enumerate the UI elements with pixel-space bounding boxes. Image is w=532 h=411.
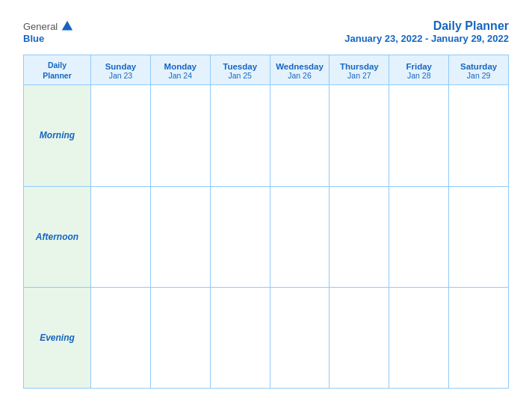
afternoon-label-cell: Afternoon: [24, 187, 91, 287]
morning-saturday[interactable]: [449, 85, 508, 185]
afternoon-monday[interactable]: [151, 187, 211, 287]
morning-row: Morning: [24, 85, 508, 186]
morning-thursday[interactable]: [330, 85, 389, 185]
morning-sunday[interactable]: [91, 85, 151, 185]
header-friday: Friday Jan 28: [389, 55, 449, 84]
evening-wednesday[interactable]: [270, 288, 330, 388]
logo-text: General: [23, 19, 74, 33]
page: General Blue Daily Planner January 23, 2…: [8, 7, 524, 404]
wednesday-date: Jan 26: [288, 71, 312, 80]
header-thursday: Thursday Jan 27: [330, 55, 389, 84]
thursday-name: Thursday: [340, 62, 379, 71]
tuesday-date: Jan 25: [228, 71, 252, 80]
header-tuesday: Tuesday Jan 25: [211, 55, 270, 84]
header: General Blue Daily Planner January 23, 2…: [23, 19, 509, 44]
friday-name: Friday: [406, 62, 432, 71]
calendar-header-row: DailyPlanner Sunday Jan 23 Monday Jan 24…: [24, 55, 508, 85]
evening-tuesday[interactable]: [211, 288, 270, 388]
header-monday: Monday Jan 24: [151, 55, 211, 84]
evening-friday[interactable]: [389, 288, 449, 388]
afternoon-saturday[interactable]: [449, 187, 508, 287]
wednesday-name: Wednesday: [276, 62, 324, 71]
morning-friday[interactable]: [389, 85, 449, 185]
afternoon-sunday[interactable]: [91, 187, 151, 287]
friday-date: Jan 28: [407, 71, 431, 80]
logo-blue-text: Blue: [23, 33, 44, 44]
evening-thursday[interactable]: [330, 288, 389, 388]
morning-label: Morning: [40, 130, 75, 140]
evening-label-cell: Evening: [24, 288, 91, 388]
monday-name: Monday: [164, 62, 197, 71]
saturday-name: Saturday: [460, 62, 497, 71]
afternoon-tuesday[interactable]: [211, 187, 270, 287]
svg-marker-0: [62, 21, 72, 31]
thursday-date: Jan 27: [347, 71, 371, 80]
afternoon-friday[interactable]: [389, 187, 449, 287]
title-date: January 23, 2022 - January 29, 2022: [344, 33, 509, 44]
monday-date: Jan 24: [169, 71, 193, 80]
evening-saturday[interactable]: [449, 288, 508, 388]
logo-area: General Blue: [23, 19, 74, 44]
title-main: Daily Planner: [344, 19, 509, 33]
sunday-name: Sunday: [105, 62, 137, 71]
evening-sunday[interactable]: [91, 288, 151, 388]
sunday-date: Jan 23: [109, 71, 133, 80]
afternoon-row: Afternoon: [24, 187, 508, 288]
logo-blue: Blue: [23, 33, 44, 44]
calendar-body: Morning Afternoon: [24, 85, 508, 388]
header-saturday: Saturday Jan 29: [449, 55, 508, 84]
afternoon-label: Afternoon: [36, 232, 78, 242]
evening-row: Evening: [24, 288, 508, 388]
morning-tuesday[interactable]: [211, 85, 270, 185]
morning-wednesday[interactable]: [270, 85, 330, 185]
afternoon-wednesday[interactable]: [270, 187, 330, 287]
tuesday-name: Tuesday: [223, 62, 257, 71]
header-label-cell: DailyPlanner: [24, 55, 91, 84]
morning-label-cell: Morning: [24, 85, 91, 185]
header-label: DailyPlanner: [43, 61, 72, 81]
header-sunday: Sunday Jan 23: [91, 55, 151, 84]
calendar: DailyPlanner Sunday Jan 23 Monday Jan 24…: [23, 55, 509, 389]
logo-icon: [61, 19, 74, 33]
title-area: Daily Planner January 23, 2022 - January…: [344, 19, 509, 44]
saturday-date: Jan 29: [467, 71, 491, 80]
logo-general: General: [23, 21, 58, 32]
afternoon-thursday[interactable]: [330, 187, 389, 287]
morning-monday[interactable]: [151, 85, 211, 185]
evening-label: Evening: [40, 333, 75, 343]
evening-monday[interactable]: [151, 288, 211, 388]
header-wednesday: Wednesday Jan 26: [270, 55, 330, 84]
